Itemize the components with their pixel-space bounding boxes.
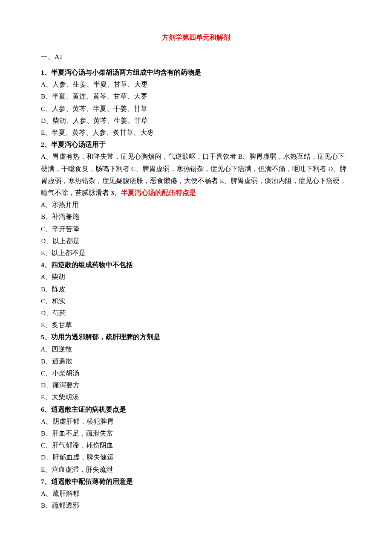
q7-option-b: B、疏郁透邪: [41, 500, 351, 511]
q4-option-b: B、陈皮: [41, 283, 351, 295]
q6-option-a: A、阴虚肝郁，横犯脾胃: [41, 416, 351, 427]
q2-text: 半夏泻心汤适用于: [51, 141, 106, 148]
question-4: 4、四逆散的组成药物中不包括 A、柴胡 B、陈皮 C、枳实 D、芍药 E、炙甘草: [41, 259, 351, 331]
q1-option-e: E、半夏、黄芩、人参、炙甘草、大枣: [41, 127, 351, 139]
q3-text: 半夏泻心汤的配伍特点是: [121, 189, 196, 196]
q1-option-a: A、人参、生姜、半夏、甘草、大枣: [41, 78, 351, 90]
q3-number: 3: [111, 189, 114, 196]
question-7: 7、逍遥散中配伍薄荷的用意是 A、疏肝解郁 B、疏郁透邪: [41, 476, 351, 512]
q4-option-c: C、枳实: [41, 295, 351, 307]
q6-sep: 、: [44, 406, 51, 413]
q1-option-c: C、人参、黄芩、半夏、干姜、甘草: [41, 103, 351, 115]
q7-sep: 、: [44, 478, 51, 485]
q7-number: 7: [41, 478, 44, 485]
q3-sep: 、: [114, 189, 121, 196]
q4-option-e: E、炙甘草: [41, 319, 351, 331]
q5-option-e: E、大柴胡汤: [41, 391, 351, 403]
q1-sep: 、: [44, 69, 51, 76]
question-6: 6、逍遥散主证的病机要点是 A、阴虚肝郁，横犯脾胃 B、肝血不足，疏泄失常 C、…: [41, 404, 351, 476]
q1-number: 1: [41, 69, 44, 76]
q6-number: 6: [41, 406, 44, 413]
q5-text: 功用为透邪解郁，疏肝理脾的方剂是: [51, 333, 160, 340]
q7-text: 逍遥散中配伍薄荷的用意是: [51, 478, 133, 485]
q5-sep: 、: [44, 333, 51, 340]
question-3: A、寒热并用 B、补泻兼施 C、辛开苦降 D、以上都是 E、以上都不是: [41, 199, 351, 259]
q4-a-rest: 、柴胡: [45, 273, 65, 280]
q3-option-d: D、以上都是: [41, 235, 351, 247]
q3-option-a: A、寒热并用: [41, 199, 351, 211]
q5-option-c: C、小柴胡汤: [41, 367, 351, 379]
q3-a-rest: 、寒热并用: [45, 201, 79, 208]
q5-a-rest: 、四逆散: [45, 346, 72, 353]
section-label: 一、A1: [41, 51, 351, 63]
q4-text: 四逆散的组成药物中不包括: [51, 261, 133, 268]
q2-number: 2: [41, 141, 44, 148]
q4-sep: 、: [44, 261, 51, 268]
document-page: 方剂学第四单元和解剂 一、A1 1、半夏泻心汤与小柴胡汤两方组成中均含有的药物是…: [0, 0, 392, 546]
document-title: 方剂学第四单元和解剂: [41, 33, 351, 42]
q5-number: 5: [41, 333, 44, 340]
q6-option-e: E、营血虚滞，肝失疏泄: [41, 464, 351, 476]
question-1: 1、半夏泻心汤与小柴胡汤两方组成中均含有的药物是 A、人参、生姜、半夏、甘草、大…: [41, 67, 351, 139]
q4-number: 4: [41, 261, 44, 268]
q6-option-c: C、肝气郁滞，耗伤阴血: [41, 439, 351, 451]
q2-sep: 、: [44, 141, 51, 148]
q4-option-a: A、柴胡: [41, 271, 351, 283]
q1-text: 半夏泻心汤与小柴胡汤两方组成中均含有的药物是: [51, 69, 201, 76]
q5-option-d: D、痛泻要方: [41, 379, 351, 391]
q1-option-b: B、半夏、黄连、黄芩、甘草、大枣: [41, 90, 351, 102]
q2-options-paragraph: A、胃虚有热，和降失常，症见心胸烦闷，气逆欲呕，口干喜饮者 B、脾胃虚弱，水热互…: [41, 151, 351, 199]
q6-option-d: D、肝郁血虚，脾失健运: [41, 451, 351, 463]
question-5: 5、功用为透邪解郁，疏肝理脾的方剂是 A、四逆散 B、逍遥散 C、小柴胡汤 D、…: [41, 331, 351, 403]
q3-option-c: C、辛开苦降: [41, 223, 351, 235]
q4-option-d: D、芍药: [41, 307, 351, 319]
q5-option-a: A、四逆散: [41, 343, 351, 355]
q3-option-b: B、补泻兼施: [41, 211, 351, 223]
q1-option-d: D、柴胡、人参、黄芩、生姜、甘草: [41, 115, 351, 127]
q6-text: 逍遥散主证的病机要点是: [51, 406, 126, 413]
q3-option-e: E、以上都不是: [41, 247, 351, 259]
question-2: 2、半夏泻心汤适用于 A、胃虚有热，和降失常，症见心胸烦闷，气逆欲呕，口干喜饮者…: [41, 139, 351, 199]
q5-option-b: B、逍遥散: [41, 355, 351, 367]
q6-option-b: B、肝血不足，疏泄失常: [41, 427, 351, 439]
q7-option-a: A、疏肝解郁: [41, 488, 351, 500]
